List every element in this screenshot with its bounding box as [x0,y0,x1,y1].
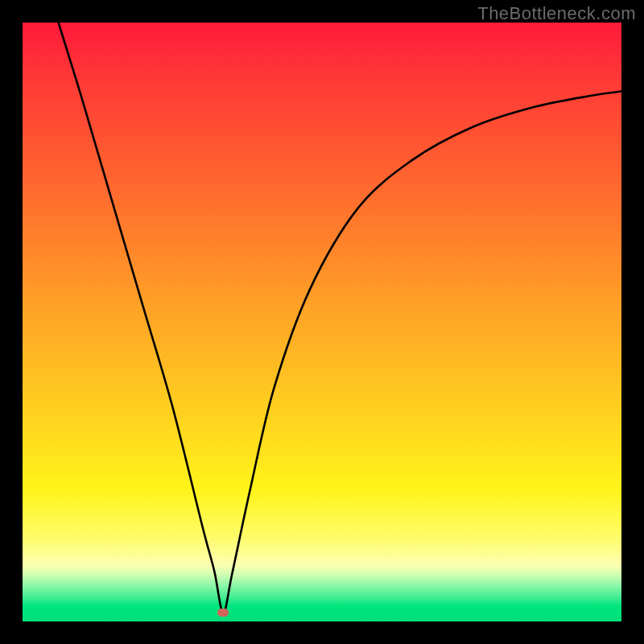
chart-frame: TheBottleneck.com [0,0,644,644]
plot-area [23,23,621,621]
optimum-marker [217,609,229,617]
watermark-text: TheBottleneck.com [477,3,636,24]
curve-svg [23,23,621,621]
bottleneck-curve [59,23,621,613]
